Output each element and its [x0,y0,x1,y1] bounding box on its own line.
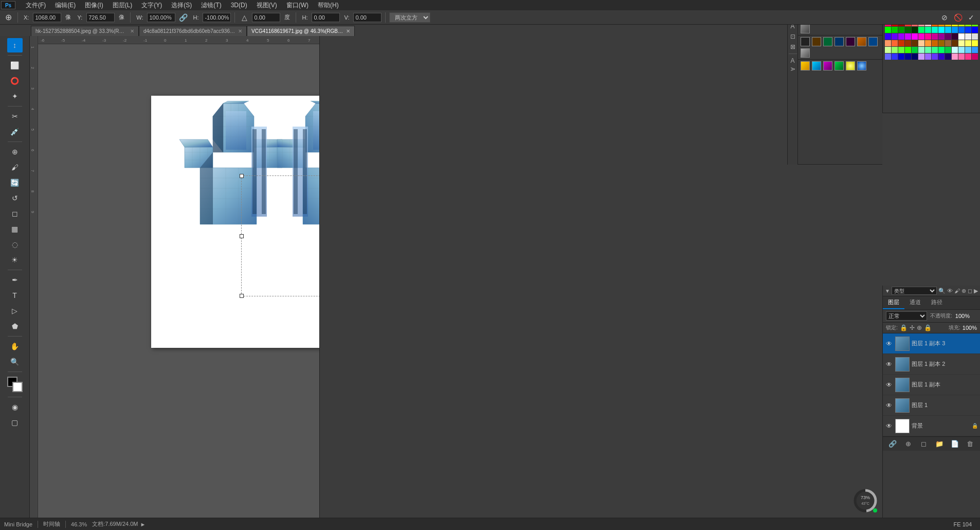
clone-tool[interactable]: 🔄 [7,175,23,190]
interpolation-select[interactable]: 两次立方 [389,12,430,23]
color-swatch[interactable] [945,40,951,46]
layer-visibility-2[interactable]: 👁 [885,381,893,389]
color-swatch[interactable] [898,47,904,53]
color-swatch[interactable] [965,33,971,40]
color-swatch[interactable] [905,54,911,60]
layers-eye-icon[interactable]: 👁 [947,288,953,294]
layers-tab-layers[interactable]: 图层 [883,296,904,309]
color-swatch[interactable] [972,27,978,33]
layer-item-2[interactable]: 👁 图层 1 副本 [883,375,980,395]
color-swatch[interactable] [898,27,904,33]
color-swatch[interactable] [905,47,911,53]
menu-help[interactable]: 帮助(H) [314,0,343,11]
color-swatch[interactable] [932,54,938,60]
layers-mask-icon[interactable]: ◻ [968,288,972,294]
color-swatch[interactable] [972,40,978,46]
layers-brush-icon[interactable]: 🖌 [954,288,960,294]
zoom-display[interactable]: 46.3% [71,521,87,527]
color-swatch[interactable] [912,27,918,33]
tab-1-close[interactable]: ✕ [238,28,242,34]
color-swatch[interactable] [932,47,938,53]
style-r2-6[interactable] [857,61,866,70]
color-swatch[interactable] [925,27,931,33]
doc-size-arrow[interactable]: ► [140,521,146,527]
crop-tool[interactable]: ✂ [7,109,23,123]
angle-input[interactable] [252,13,280,22]
blur-tool[interactable]: ◌ [7,237,23,252]
color-swatch[interactable] [965,47,971,53]
dodge-tool[interactable]: ☀ [7,253,23,267]
color-swatch[interactable] [972,54,978,60]
eraser-tool[interactable]: ◻ [7,206,23,221]
right-tool-b[interactable]: A [790,67,795,71]
color-swatch[interactable] [925,40,931,46]
color-swatch[interactable] [932,40,938,46]
handle-top-left[interactable] [240,174,244,178]
color-swatch[interactable] [885,40,891,46]
background-color[interactable] [12,382,23,392]
color-swatch[interactable] [952,33,958,40]
menu-select[interactable]: 选择(S) [167,0,196,11]
menu-view[interactable]: 视图(V) [252,0,281,11]
color-swatch[interactable] [945,54,951,60]
blend-mode-select[interactable]: 正常 [886,311,927,321]
color-swatch[interactable] [885,54,891,60]
color-swatch[interactable] [952,27,958,33]
layer-item-0[interactable]: 👁 图层 1 副本 3 [883,333,980,354]
color-swatch[interactable] [885,27,891,33]
style-r8[interactable] [801,48,810,58]
layer-visibility-1[interactable]: 👁 [885,360,893,368]
menu-text[interactable]: 文字(Y) [137,0,166,11]
screen-mode-tool[interactable]: ▢ [7,415,23,430]
tab-1[interactable]: d4c8a08121f376dbd6db60eb7acc93689.png @ … [139,26,247,36]
color-swatch[interactable] [885,33,891,40]
color-swatch[interactable] [938,54,945,60]
canvas-area[interactable]: →： 0.00 毫米 ↓： 2.89 毫米 [38,44,319,518]
handle-middle-left[interactable] [240,234,244,238]
lasso-tool[interactable]: ⭕ [7,74,23,88]
color-swatch[interactable] [918,33,924,40]
style-r2[interactable] [812,37,821,46]
style-r2-4[interactable] [834,61,844,70]
brush-tool[interactable]: 🖌 [7,160,23,174]
cancel-transform-icon[interactable]: 🚫 [952,12,964,23]
menu-layer[interactable]: 图层(L) [108,0,137,11]
confirm-transform-icon[interactable]: ✓ [966,12,977,23]
style-r4[interactable] [834,37,844,46]
fill-value[interactable]: 100% [963,325,977,331]
layer-item-3[interactable]: 👁 图层 1 [883,395,980,416]
h2-input[interactable] [312,13,340,22]
color-swatch[interactable] [905,40,911,46]
style-r6[interactable] [857,37,866,46]
menu-window[interactable]: 窗口(W) [282,0,313,11]
color-swatch[interactable] [958,40,965,46]
color-swatch[interactable] [932,33,938,40]
warp-icon[interactable]: ⊘ [939,12,950,23]
color-swatch[interactable] [898,40,904,46]
right-tool-4[interactable]: ⊡ [790,33,795,40]
color-swatch[interactable] [952,40,958,46]
menu-file[interactable]: 文件(F) [22,0,50,11]
color-swatch[interactable] [918,54,924,60]
opacity-value[interactable]: 100% [955,313,970,319]
w-input[interactable] [147,13,175,22]
color-swatch[interactable] [938,40,945,46]
color-swatch[interactable] [905,33,911,40]
lock-all-icon[interactable]: 🔒 [924,324,932,331]
lock-position-icon[interactable]: 🔒 [900,324,908,331]
tab-2[interactable]: VCG41168619671.jpg @ 46.3%(RGB/8*) ✕ [247,26,355,36]
zoom-tool[interactable]: 🔍 [7,355,23,369]
layer-item-4[interactable]: 👁 背景 🔒 [883,416,980,436]
color-swatch[interactable] [952,54,958,60]
history-brush-tool[interactable]: ↺ [7,191,23,205]
tab-2-close[interactable]: ✕ [346,28,350,34]
style-r2-1[interactable] [801,61,810,70]
marquee-tool[interactable]: ⬜ [7,58,23,73]
color-swatch[interactable] [918,40,924,46]
color-swatch[interactable] [938,33,945,40]
color-swatch[interactable] [918,47,924,53]
pen-tool[interactable]: ✒ [7,273,23,287]
quick-mask-tool[interactable]: ◉ [7,400,23,414]
menu-edit[interactable]: 编辑(E) [51,0,80,11]
color-swatch[interactable] [972,33,978,40]
